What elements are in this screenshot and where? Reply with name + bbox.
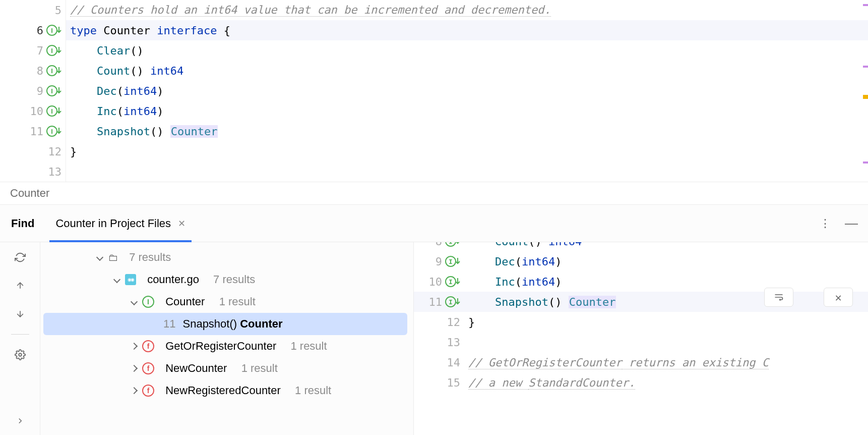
minimap[interactable] [863,0,868,182]
implements-icon[interactable] [445,242,460,247]
code-line[interactable]: Count() int64 [66,61,868,81]
line-number: 11 [429,296,443,308]
implements-icon[interactable] [445,276,460,287]
chevron-icon[interactable] [130,342,138,350]
code-line[interactable]: Inc(int64) [66,101,868,121]
line-number: 10 [30,105,44,118]
gutter: 5678910111213 [0,0,66,182]
line-number: 13 [447,336,461,349]
chevron-down-icon[interactable] [113,276,121,284]
chevron-right-icon[interactable] [12,413,28,429]
close-icon[interactable]: ✕ [824,288,853,307]
line-number: 12 [447,316,461,329]
code-line[interactable]: type Counter interface { [66,20,868,40]
breadcrumb[interactable]: Counter [0,182,868,204]
line-number: 11 [30,125,44,138]
function-icon: f [142,362,154,374]
line-number: 8 [436,242,442,248]
gear-icon[interactable] [12,347,28,363]
preview-line[interactable]: 13 [414,332,868,352]
line-number: 14 [447,356,461,369]
preview-line[interactable]: 8 Count() int64 [414,242,868,251]
find-title: Find [0,217,49,230]
line-number: 9 [436,255,442,268]
code-area[interactable]: // Counters hold an int64 value that can… [66,0,868,182]
folder-icon: 🗀 [108,252,118,263]
more-icon[interactable]: ⋮ [820,217,831,230]
code-line[interactable]: // Counters hold an int64 value that can… [66,0,868,20]
code-line[interactable]: Snapshot() Counter [66,121,868,141]
find-header: Find Counter in Project Files ✕ ⋮ — [0,205,868,242]
implements-icon[interactable] [46,85,61,96]
tree-root[interactable]: 🗀 7 results [40,246,413,268]
code-line[interactable]: Clear() [66,40,868,61]
implements-icon[interactable] [445,296,460,307]
arrow-down-icon[interactable] [12,306,28,322]
close-icon[interactable]: ✕ [178,218,185,229]
minimap-mark[interactable] [863,161,868,164]
code-line[interactable] [66,161,868,182]
find-panel: Find Counter in Project Files ✕ ⋮ — [0,204,868,435]
function-icon: f [142,385,154,397]
line-number: 10 [429,276,443,288]
preview-line[interactable]: 14 // GetOrRegisterCounter returns an ex… [414,352,868,372]
minimap-mark[interactable] [863,4,868,6]
chevron-icon[interactable] [130,387,138,395]
tree-group[interactable]: I Counter 1 result [40,291,413,313]
find-preview[interactable]: 8 Count() int64 9 Dec(int64) 10 Inc(int6… [413,242,868,435]
implements-icon[interactable] [46,45,61,56]
chevron-down-icon[interactable] [96,253,104,261]
chevron-icon[interactable] [130,298,138,306]
tree-group[interactable]: f GetOrRegisterCounter 1 result [40,335,413,357]
minimap-mark[interactable] [863,97,868,99]
line-number: 12 [48,145,62,158]
minimize-icon[interactable]: — [845,215,858,231]
implements-icon[interactable] [46,126,61,137]
implements-icon[interactable] [46,65,61,76]
tree-group[interactable]: f NewCounter 1 result [40,357,413,379]
divider [11,334,29,335]
line-number: 6 [37,24,43,37]
line-number: 8 [37,65,43,77]
breadcrumb-item[interactable]: Counter [10,187,49,200]
code-line[interactable]: Dec(int64) [66,81,868,101]
go-file-icon [125,274,136,285]
tree-file[interactable]: counter.go 7 results [40,268,413,291]
find-results-tree[interactable]: 🗀 7 results counter.go 7 resultsI Counte… [40,242,413,435]
interface-icon: I [142,296,154,308]
find-tab[interactable]: Counter in Project Files ✕ [49,205,192,242]
line-number: 15 [447,376,461,389]
refresh-icon[interactable] [12,249,28,265]
svg-point-0 [19,353,22,356]
function-icon: f [142,340,154,352]
implements-icon[interactable] [46,105,61,117]
code-line[interactable]: } [66,141,868,161]
implements-icon[interactable] [46,25,61,36]
tree-result-selected[interactable]: 11Snapshot() Counter [43,313,407,335]
tree-group[interactable]: f NewRegisteredCounter 1 result [40,379,413,402]
arrow-up-icon[interactable] [12,278,28,294]
soft-wrap-icon[interactable] [764,288,793,307]
find-sidebar [0,242,40,435]
main-editor[interactable]: 5678910111213 // Counters hold an int64 … [0,0,868,182]
implements-icon[interactable] [445,256,460,267]
line-number: 9 [37,85,43,97]
line-number: 5 [55,4,61,17]
preview-line[interactable]: 15 // a new StandardCounter. [414,372,868,393]
preview-line[interactable]: 9 Dec(int64) [414,251,868,271]
line-number: 7 [37,44,43,57]
line-number: 13 [48,166,62,178]
chevron-icon[interactable] [130,364,138,372]
preview-line[interactable]: 12 } [414,312,868,332]
minimap-mark[interactable] [863,66,868,68]
